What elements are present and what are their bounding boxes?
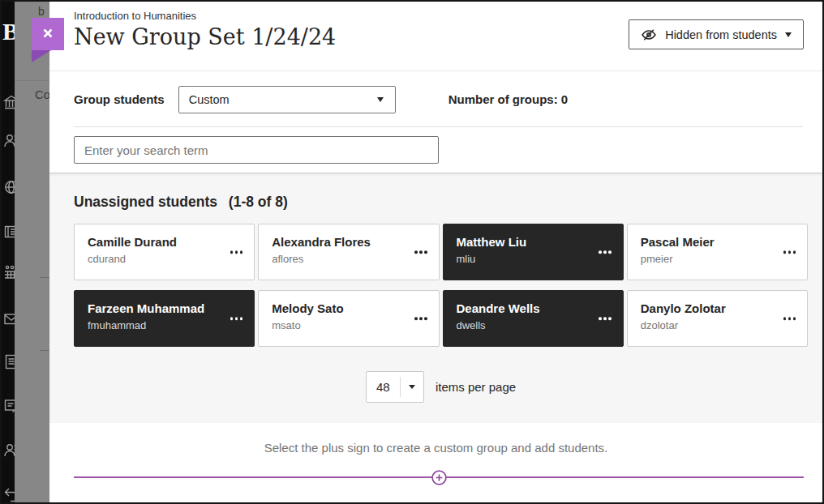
institution-icon[interactable] xyxy=(2,93,15,113)
student-name: Deandre Wells xyxy=(457,301,590,315)
course-nav-rail: B xyxy=(2,2,15,502)
section-heading-text: Unassigned students xyxy=(74,194,217,210)
dimmed-divider xyxy=(15,80,51,81)
student-name: Pascal Meier xyxy=(641,235,775,249)
group-set-panel: Introduction to Humanities New Group Set… xyxy=(49,2,822,502)
items-per-page-select[interactable]: 48 xyxy=(366,371,424,403)
close-icon xyxy=(39,24,57,42)
student-card: Deandre Wells dwells xyxy=(443,290,624,347)
student-username: msato xyxy=(272,319,406,331)
groups-icon[interactable] xyxy=(2,441,15,460)
student-menu-button[interactable] xyxy=(413,312,429,325)
document-icon[interactable] xyxy=(2,352,15,372)
add-group-hint: Select the plus sign to create a custom … xyxy=(49,441,822,455)
unassigned-students-section: Unassigned students (1-8 of 8) Camille D… xyxy=(49,173,822,423)
users-icon[interactable] xyxy=(2,131,15,151)
select-divider xyxy=(400,377,401,397)
student-card: Alexandra Flores aflores xyxy=(258,224,439,280)
student-card: Farzeen Muhammad fmuhammad xyxy=(74,290,255,347)
number-of-groups: Number of groups: 0 xyxy=(448,92,569,106)
student-card-grid: Camille Durand cdurand Alexandra Flores … xyxy=(74,224,808,347)
add-group-button[interactable] xyxy=(430,468,448,486)
pages-icon[interactable] xyxy=(2,223,15,242)
modal-dim-overlay: b Co xyxy=(15,2,51,502)
ellipsis-icon xyxy=(783,250,787,254)
mail-icon[interactable] xyxy=(2,310,15,329)
student-name: Farzeen Muhammad xyxy=(88,301,221,315)
chevron-down-icon xyxy=(785,32,792,37)
student-menu-button[interactable] xyxy=(413,246,429,258)
items-per-page-value: 48 xyxy=(367,380,400,394)
close-panel-button[interactable] xyxy=(32,18,64,50)
undo-arrow-icon[interactable] xyxy=(2,485,15,502)
apps-grid-icon[interactable] xyxy=(2,263,15,283)
student-menu-button[interactable] xyxy=(229,246,245,258)
student-username: dwells xyxy=(457,319,590,331)
student-username: aflores xyxy=(272,253,406,265)
close-button-fold xyxy=(32,50,51,62)
plus-circle-icon xyxy=(431,469,448,486)
panel-header: Introduction to Humanities New Group Set… xyxy=(49,2,822,71)
student-name: Camille Durand xyxy=(88,235,221,249)
ellipsis-icon xyxy=(783,317,787,320)
add-group-divider xyxy=(74,476,804,478)
student-username: fmuhammad xyxy=(88,319,221,331)
page-title[interactable]: New Group Set 1/24/24 xyxy=(74,24,336,49)
student-username: cdurand xyxy=(88,253,221,265)
section-heading: Unassigned students (1-8 of 8) xyxy=(74,173,808,211)
chevron-down-icon xyxy=(409,385,415,389)
number-of-groups-value: 0 xyxy=(561,92,568,106)
student-menu-button[interactable] xyxy=(782,246,798,258)
pagination-row: 48 items per page xyxy=(74,371,808,403)
student-name: Alexandra Flores xyxy=(272,235,406,249)
student-menu-button[interactable] xyxy=(597,312,613,325)
student-username: dzolotar xyxy=(641,319,775,331)
dimmed-text-fragment: b xyxy=(38,5,45,18)
gradebook-icon[interactable] xyxy=(2,396,15,416)
search-row xyxy=(49,127,822,173)
student-menu-button[interactable] xyxy=(597,246,613,258)
group-students-select[interactable]: Custom xyxy=(178,86,396,113)
student-card: Melody Sato msato xyxy=(258,290,439,347)
student-name: Matthew Liu xyxy=(457,235,590,249)
student-card: Camille Durand cdurand xyxy=(74,224,255,280)
student-name: Melody Sato xyxy=(272,301,406,315)
group-students-label: Group students xyxy=(74,92,165,106)
visibility-dropdown-button[interactable]: Hidden from students xyxy=(629,19,804,49)
ellipsis-icon xyxy=(230,250,234,254)
student-card: Pascal Meier pmeier xyxy=(627,224,808,280)
eye-slash-icon xyxy=(641,27,657,43)
student-username: mliu xyxy=(457,253,590,265)
ellipsis-icon xyxy=(414,250,418,254)
items-per-page-label: items per page xyxy=(436,380,516,394)
ellipsis-icon xyxy=(230,317,234,320)
group-controls-row: Group students Custom Number of groups: … xyxy=(49,71,822,127)
student-menu-button[interactable] xyxy=(229,312,245,325)
visibility-label: Hidden from students xyxy=(665,28,777,41)
group-students-selected-value: Custom xyxy=(189,93,230,106)
student-card: Danylo Zolotar dzolotar xyxy=(627,290,808,347)
chevron-down-icon xyxy=(377,97,384,102)
globe-icon[interactable] xyxy=(2,178,15,198)
student-username: pmeier xyxy=(641,253,775,265)
number-of-groups-label: Number of groups: xyxy=(448,92,558,106)
student-menu-button[interactable] xyxy=(782,312,798,325)
search-input[interactable] xyxy=(74,136,439,164)
ellipsis-icon xyxy=(414,317,418,320)
ellipsis-icon xyxy=(599,317,602,320)
panel-footer: Select the plus sign to create a custom … xyxy=(49,441,822,478)
student-name: Danylo Zolotar xyxy=(641,301,775,315)
student-card: Matthew Liu mliu xyxy=(443,224,624,280)
app-window: B b Co xyxy=(0,0,824,504)
dimmed-text-fragment: Co xyxy=(35,88,50,101)
breadcrumb[interactable]: Introduction to Humanities xyxy=(74,10,196,22)
ellipsis-icon xyxy=(599,250,602,254)
blackboard-logo: B xyxy=(2,18,15,45)
section-heading-range: (1-8 of 8) xyxy=(229,194,288,210)
